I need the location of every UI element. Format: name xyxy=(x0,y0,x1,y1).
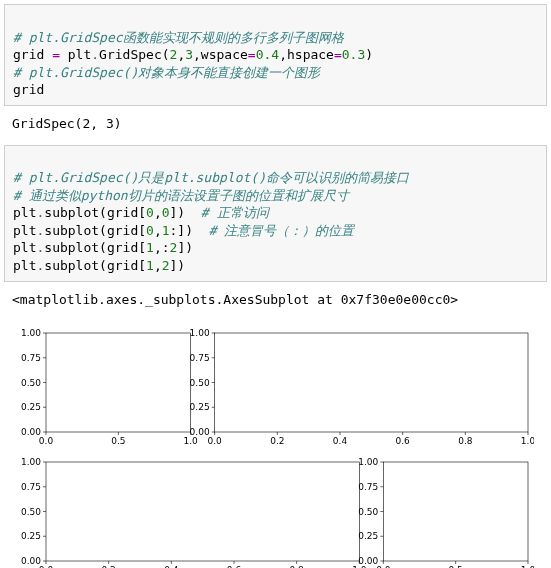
svg-text:0.5: 0.5 xyxy=(449,565,463,568)
svg-text:0.25: 0.25 xyxy=(21,402,41,412)
svg-text:0.00: 0.00 xyxy=(358,556,378,566)
svg-text:0.25: 0.25 xyxy=(190,402,210,412)
svg-text:0.0: 0.0 xyxy=(208,436,223,446)
svg-text:1.00: 1.00 xyxy=(21,329,41,338)
svg-rect-17 xyxy=(215,333,528,432)
svg-text:1.0: 1.0 xyxy=(184,436,199,446)
svg-text:1.00: 1.00 xyxy=(190,329,210,338)
svg-text:0.25: 0.25 xyxy=(358,531,378,541)
svg-text:0.00: 0.00 xyxy=(21,556,41,566)
svg-text:0.50: 0.50 xyxy=(358,506,378,516)
output-gridspec: GridSpec(2, 3) xyxy=(4,110,547,137)
svg-text:0.4: 0.4 xyxy=(333,436,348,446)
svg-text:0.6: 0.6 xyxy=(396,436,411,446)
svg-rect-0 xyxy=(46,333,191,432)
svg-text:0.5: 0.5 xyxy=(111,436,125,446)
svg-text:1.00: 1.00 xyxy=(21,457,41,467)
svg-text:0.0: 0.0 xyxy=(376,565,391,568)
svg-text:0.00: 0.00 xyxy=(190,427,210,437)
svg-rect-40 xyxy=(46,462,359,561)
svg-text:0.75: 0.75 xyxy=(21,481,41,491)
svg-text:0.75: 0.75 xyxy=(358,481,378,491)
svg-text:0.8: 0.8 xyxy=(290,565,305,568)
output-axes-repr: <matplotlib.axes._subplots.AxesSubplot a… xyxy=(4,286,547,313)
svg-text:0.75: 0.75 xyxy=(190,352,210,362)
code-cell-1: # plt.GridSpec函数能实现不规则的多行多列子图网格 grid = p… xyxy=(4,4,547,106)
figure-svg: 0.00.51.00.000.250.500.751.000.00.20.40.… xyxy=(14,329,534,568)
comment: # plt.GridSpec()对象本身不能直接创建一个图形 xyxy=(13,65,320,80)
svg-text:0.00: 0.00 xyxy=(21,427,41,437)
comment: # plt.GridSpec()只是plt.subplot()命令可以识别的简易… xyxy=(13,170,409,185)
svg-text:1.0: 1.0 xyxy=(521,565,534,568)
svg-text:1.00: 1.00 xyxy=(358,457,378,467)
svg-text:0.50: 0.50 xyxy=(21,377,41,387)
svg-text:0.25: 0.25 xyxy=(21,531,41,541)
svg-text:0.50: 0.50 xyxy=(190,377,210,387)
svg-text:0.50: 0.50 xyxy=(21,506,41,516)
svg-text:0.0: 0.0 xyxy=(39,436,54,446)
svg-text:1.0: 1.0 xyxy=(521,436,534,446)
svg-rect-63 xyxy=(383,462,528,561)
matplotlib-figure: 0.00.51.00.000.250.500.751.000.00.20.40.… xyxy=(4,321,547,568)
comment: # plt.GridSpec函数能实现不规则的多行多列子图网格 xyxy=(13,30,344,45)
svg-text:0.2: 0.2 xyxy=(270,436,284,446)
comment: # 通过类似python切片的语法设置子图的位置和扩展尺寸 xyxy=(13,188,349,203)
svg-text:0.6: 0.6 xyxy=(227,565,242,568)
svg-text:0.4: 0.4 xyxy=(164,565,179,568)
svg-text:0.2: 0.2 xyxy=(102,565,116,568)
svg-text:0.8: 0.8 xyxy=(458,436,473,446)
code-cell-2: # plt.GridSpec()只是plt.subplot()命令可以识别的简易… xyxy=(4,145,547,282)
svg-text:0.75: 0.75 xyxy=(21,352,41,362)
svg-text:0.0: 0.0 xyxy=(39,565,54,568)
